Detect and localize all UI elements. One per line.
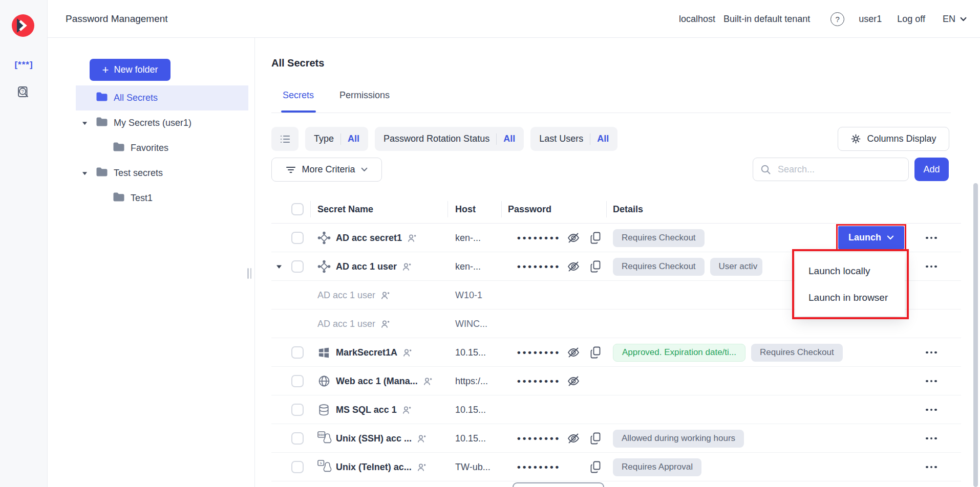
row-checkbox-cell [291,395,304,424]
tree-item-label: Test secrets [114,168,163,179]
row-checkbox[interactable] [291,346,304,359]
secret-name: MarkSecret1A [336,347,397,358]
copy-icon[interactable] [589,224,602,252]
column-header-host[interactable]: Host [455,195,476,224]
secret-name: Unix (Telnet) ac... [336,462,412,473]
tree-item-label: All Secrets [114,93,158,103]
secret-name-cell[interactable]: AD acc secret1 [336,224,417,252]
columns-display-button[interactable]: Columns Display [838,127,949,151]
secret-name: AD acc 1 user [336,261,397,272]
expand-caret-icon[interactable] [275,252,283,281]
tree-item-all-secrets[interactable]: All Secrets [76,85,248,110]
eye-off-icon[interactable] [567,424,580,453]
row-checkbox[interactable] [291,232,304,244]
column-header-details[interactable]: Details [613,195,643,224]
language-selector[interactable]: EN [943,14,967,25]
windows-icon [317,338,330,367]
ellipsis-icon [925,406,938,414]
brand-logo-icon [12,14,34,37]
ellipsis-icon [925,234,938,242]
host-cell: ken-... [455,224,481,252]
host-cell: 10.15... [455,395,486,424]
select-all-checkbox[interactable] [291,203,304,215]
filter-label: Password Rotation Status [384,134,489,144]
row-actions-button[interactable] [923,224,940,252]
gear-icon [850,134,861,144]
secret-name-cell[interactable]: MS SQL acc 1 [336,395,412,424]
secret-name-cell[interactable]: AD acc 1 user [336,252,412,281]
details-cell: Allowed during working hours [613,424,744,453]
question-circle-icon: ? [830,12,844,26]
row-actions-button[interactable] [923,395,940,424]
copy-icon[interactable] [589,453,602,481]
tab-secrets[interactable]: Secrets [283,90,314,101]
vertical-scrollbar[interactable] [973,183,978,487]
tab-permissions[interactable]: Permissions [339,90,390,101]
table-row: Web acc 1 (Mana...https:/...•••••••• [271,367,961,395]
brand-logo[interactable] [12,14,34,37]
copy-icon[interactable] [589,338,602,367]
new-folder-button[interactable]: + New folder [90,59,171,81]
eye-off-icon[interactable] [567,224,580,252]
copy-icon[interactable] [589,252,602,281]
secret-name-cell[interactable]: Web acc 1 (Mana... [336,367,433,395]
status-badge: Requires Checkout [613,229,705,247]
host-label: localhost [679,14,715,25]
add-secret-button[interactable]: Add [914,158,949,181]
tree-item-test1[interactable]: Test1 [76,186,248,211]
active-directory-icon [317,252,331,281]
tree-caret-icon[interactable] [81,168,88,179]
password-brackets-icon[interactable]: [***] [0,60,48,70]
secret-name-cell[interactable]: AD acc 1 user [317,281,391,309]
column-header-password[interactable]: Password [508,195,551,224]
status-badge: Requires Checkout [751,344,843,362]
secret-name-cell[interactable]: Unix (SSH) acc ... [336,424,427,453]
row-actions-button[interactable] [923,338,940,367]
host-cell: 10.15... [455,338,486,367]
search-question-icon[interactable]: ? [17,86,31,102]
search-input[interactable] [777,164,901,175]
row-checkbox[interactable] [291,461,304,473]
eye-off-icon[interactable] [567,338,580,367]
list-view-button[interactable] [271,127,299,151]
user-menu[interactable]: user1 [859,14,882,25]
logoff-button[interactable]: Log off [897,14,925,25]
column-header-secret-name[interactable]: Secret Name [317,195,373,224]
ellipsis-icon [925,262,938,271]
chevron-down-icon [960,17,967,21]
tree-item-test-secrets[interactable]: Test secrets [76,161,248,186]
row-checkbox[interactable] [291,375,304,387]
annotation-launch-button [836,224,906,251]
secret-name-cell[interactable]: MarkSecret1A [336,338,413,367]
eye-off-icon[interactable] [567,252,580,281]
row-checkbox[interactable] [291,404,304,416]
row-actions-button[interactable] [923,367,940,395]
more-criteria-button[interactable]: More Criteria [271,158,382,182]
copy-icon[interactable] [589,424,602,453]
tree-caret-icon[interactable] [81,118,88,128]
details-cell: Requires Checkout [613,224,705,252]
topbar-right: localhost Built-in default tenant ? user… [679,0,967,38]
row-actions-button[interactable] [923,453,940,481]
password-dots: •••••••• [517,224,561,252]
tree-item-favorites[interactable]: Favorites [76,136,248,161]
row-actions-button[interactable] [923,424,940,453]
panel-resize-handle[interactable] [247,268,251,279]
host-cell: W10-1 [455,281,482,309]
secret-name-cell[interactable]: AD acc 1 user [317,309,391,338]
filter-value: All [348,134,359,144]
table-row: MarkSecret1A10.15...••••••••Approved. Ex… [271,338,961,367]
secret-name-cell[interactable]: Unix (Telnet) ac... [336,453,427,481]
password-dots: •••••••• [517,367,561,395]
row-actions-button[interactable] [923,252,940,281]
row-checkbox[interactable] [291,260,304,273]
filter-pill-password-rotation-status[interactable]: Password Rotation StatusAll [375,127,524,151]
filter-pill-last-users[interactable]: Last UsersAll [530,127,617,151]
eye-off-icon[interactable] [567,367,580,395]
row-checkbox[interactable] [291,432,304,445]
help-button[interactable]: ? [830,12,844,26]
filter-pill-type[interactable]: TypeAll [305,127,368,151]
password-dots: •••••••• [517,424,561,453]
tree-item-my-secrets-user1[interactable]: My Secrets (user1) [76,110,248,136]
tree-item-label: My Secrets (user1) [114,118,191,128]
